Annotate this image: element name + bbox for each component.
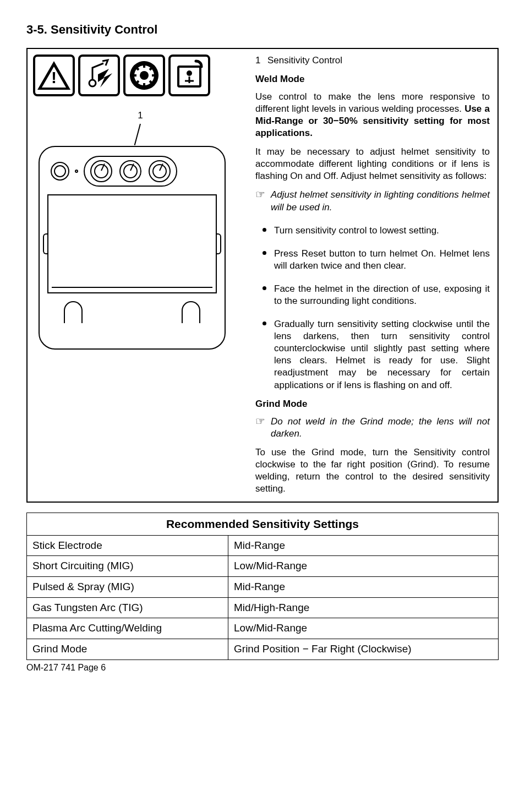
lens-window — [47, 194, 217, 293]
bullet-list: Turn sensitivity control to lowest setti… — [255, 220, 490, 391]
table-row: Short Circuiting (MIG)Low/Mid-Range — [27, 556, 499, 577]
sensitivity-settings-table: Recommended Sensitivity Settings Stick E… — [26, 513, 499, 660]
list-item: Turn sensitivity control to lowest setti… — [274, 220, 490, 237]
callout-number: 1 — [33, 110, 248, 122]
table-row: Gas Tungsten Arc (TIG)Mid/High-Range — [27, 597, 499, 618]
knob-icon — [119, 160, 141, 182]
arc-rays-icon — [123, 55, 165, 96]
weld-mode-heading: Weld Mode — [255, 73, 490, 85]
paragraph: It may be necessary to adjust helmet sen… — [255, 146, 490, 182]
callout: 1 — [33, 110, 248, 146]
callout-leader-line — [134, 123, 141, 145]
paragraph: Use control to make the lens more respon… — [255, 91, 490, 139]
paragraph: To use the Grind mode, turn the Sensitiv… — [255, 446, 490, 495]
knob-icon — [149, 160, 171, 182]
list-item: Gradually turn sensitivity setting clock… — [274, 314, 490, 391]
note-pointer-icon: ☞ — [255, 189, 271, 213]
read-manual-icon — [168, 55, 210, 96]
item-label-row: 1Sensitivity Control — [255, 55, 490, 67]
knob-icon — [90, 160, 112, 182]
svg-point-3 — [140, 71, 149, 80]
figure-left-column: ! 1 — [33, 55, 248, 497]
table-row: Grind ModeGrind Position − Far Right (Cl… — [27, 639, 499, 660]
page-footer: OM-217 741 Page 6 — [26, 662, 499, 674]
note-pointer-icon: ☞ — [255, 416, 271, 440]
list-item: Face the helmet in the direction of use,… — [274, 279, 490, 307]
table-title: Recommended Sensitivity Settings — [27, 513, 499, 535]
svg-point-0 — [89, 80, 96, 86]
note: ☞ Adjust helmet sensitivity in lighting … — [255, 189, 490, 213]
electric-shock-icon — [78, 55, 120, 96]
table-row: Pulsed & Spray (MIG)Mid-Range — [27, 576, 499, 597]
mount-foot-icon — [182, 301, 200, 323]
table-row: Plasma Arc Cutting/WeldingLow/Mid-Range — [27, 618, 499, 639]
description-column: 1Sensitivity Control Weld Mode Use contr… — [248, 55, 492, 497]
main-figure-box: ! 1 — [26, 48, 499, 503]
mount-foot-icon — [64, 301, 83, 323]
list-item: Press Reset button to turn helmet On. He… — [274, 243, 490, 272]
note: ☞ Do not weld in the Grind mode; the len… — [255, 416, 490, 440]
svg-point-6 — [187, 70, 192, 76]
helmet-control-diagram — [39, 146, 226, 350]
reset-button-icon — [51, 162, 69, 181]
indicator-dot-icon — [75, 170, 78, 173]
knob-group — [84, 156, 177, 187]
table-row: Stick ElectrodeMid-Range — [27, 535, 499, 556]
warning-triangle-icon: ! — [33, 55, 75, 96]
warning-icon-row: ! — [33, 55, 248, 96]
section-title: 3-5. Sensitivity Control — [26, 22, 499, 38]
grind-mode-heading: Grind Mode — [255, 398, 490, 410]
